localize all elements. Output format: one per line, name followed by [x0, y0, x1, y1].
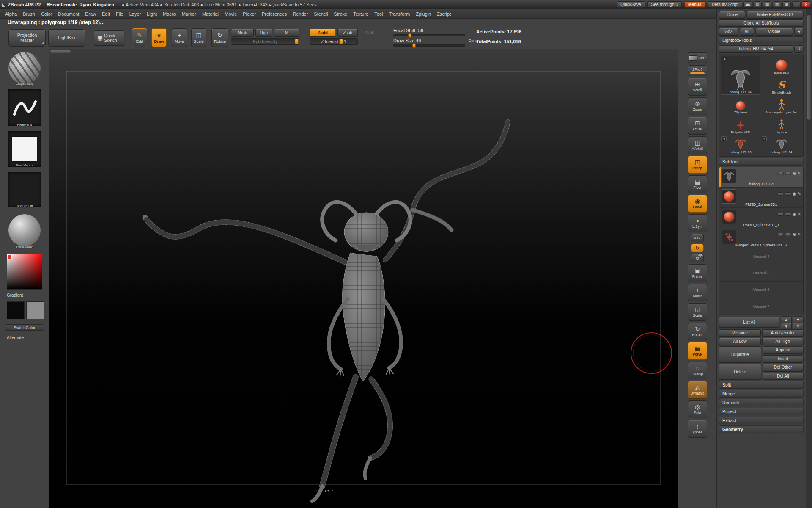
goz-button[interactable]: GoZ — [719, 28, 738, 35]
draw-size-slider[interactable] — [393, 44, 465, 47]
goz-r-button[interactable]: R — [794, 28, 804, 35]
polypaint-toggle[interactable] — [777, 233, 784, 236]
lock-layout-icon[interactable]: ▣ — [782, 1, 791, 8]
paint-brush-icon[interactable]: ✎ — [798, 212, 801, 216]
tool-slot-polymesh3d[interactable]: PolyMesh3D — [721, 116, 760, 135]
menus-button[interactable]: Menus — [684, 1, 705, 8]
stroke-selector[interactable]: FreeHand — [7, 88, 42, 127]
tool-slot-zsphere[interactable]: ZSphere — [721, 96, 760, 115]
panel-divider-handle[interactable]: ◀▶ — [698, 253, 703, 257]
uv-toggle[interactable] — [785, 192, 791, 196]
menu-edit[interactable]: Edit — [102, 11, 110, 17]
menu-stencil[interactable]: Stencil — [314, 11, 328, 17]
menu-preferences[interactable]: Preferences — [262, 11, 287, 17]
scroll-right-icon[interactable]: ››› — [332, 489, 338, 493]
see-through-slider[interactable]: See-through 0 — [647, 1, 682, 8]
zsub-button[interactable]: Zsub — [337, 29, 358, 36]
menu-light[interactable]: Light — [147, 11, 157, 17]
subtool-item-balrog[interactable]: ◉ ✎ balrog_HR_04 — [719, 167, 803, 188]
move-nav-button[interactable]: +Move — [688, 284, 707, 301]
zoom-button[interactable]: ⊕Zoom — [688, 97, 707, 115]
focal-shift-handle[interactable] — [408, 33, 411, 38]
panel-layout-grid-icon[interactable]: ▦ — [763, 1, 771, 8]
remesh-section[interactable]: Remesh — [719, 399, 804, 406]
autoreorder-button[interactable]: AutoReorder — [762, 329, 804, 337]
scroll-button[interactable]: ⊞Scroll — [688, 78, 707, 96]
close-icon[interactable]: ✕ — [802, 1, 810, 8]
visibility-eye-icon[interactable]: ◉ — [793, 212, 796, 216]
move-button[interactable]: + Move — [172, 28, 187, 47]
canvas-hscroll-stub[interactable] — [50, 50, 71, 53]
tool-slot-balrog-hr-04[interactable]: 4 balrog_HR_04 — [721, 56, 760, 95]
split-section[interactable]: Split — [719, 381, 804, 389]
rename-button[interactable]: Rename — [719, 329, 761, 337]
panel-scrollbar-thumb[interactable] — [807, 14, 811, 120]
menu-transform[interactable]: Transform — [389, 11, 410, 17]
brush-selector[interactable]: ClayBuildup — [7, 50, 42, 86]
visibility-eye-icon[interactable]: ◉ — [793, 232, 796, 237]
menu-color[interactable]: Color — [41, 11, 52, 17]
uv-toggle[interactable] — [785, 233, 791, 236]
layout-arrows-icon[interactable]: ◀▶ — [743, 1, 752, 8]
zcut-button[interactable]: Zcut — [359, 29, 378, 36]
projection-master-button[interactable]: Projection Master ◢ — [8, 29, 46, 46]
lightbox-tools-section[interactable]: Lightbox▸Tools — [719, 36, 804, 44]
active-tool-r-button[interactable]: R — [794, 45, 804, 52]
z-intensity-slider[interactable]: Z Intensity 11 — [310, 38, 358, 45]
panel-scrollbar[interactable] — [806, 9, 812, 508]
secondary-color-swatch[interactable] — [26, 301, 44, 319]
lightbox-button[interactable]: LightBox — [48, 29, 85, 46]
texture-selector[interactable]: Texture Off — [7, 171, 42, 208]
subtool-bottom-button[interactable]: ⇟ — [793, 323, 804, 330]
menu-texture[interactable]: Texture — [353, 11, 368, 17]
zadd-button[interactable]: Zadd — [310, 29, 336, 36]
draw-size-handle[interactable] — [412, 44, 416, 48]
switch-color-button[interactable]: SwitchColor — [5, 324, 44, 331]
polypaint-toggle[interactable] — [777, 172, 784, 175]
list-all-button[interactable]: List All — [719, 317, 779, 328]
main-color-swatch[interactable] — [7, 301, 25, 319]
quicksave-button[interactable]: QuickSave — [617, 1, 645, 8]
focal-shift-slider[interactable] — [393, 34, 465, 36]
subtool-item-unused-4[interactable]: Unused 4 — [719, 248, 803, 265]
tool-slot-sphere3d[interactable]: Sphere3D — [761, 56, 801, 75]
polyf-button[interactable]: ▦PolyF — [688, 342, 707, 360]
menu-movie[interactable]: Movie — [225, 11, 237, 17]
dynamic-button[interactable]: ◭Dynamic — [688, 381, 707, 399]
merge-section[interactable]: Merge — [719, 390, 804, 398]
visibility-eye-icon[interactable]: ◉ — [793, 192, 796, 196]
transp-button[interactable]: ◌Transp — [688, 362, 707, 379]
mrgb-button[interactable]: Mrgb — [231, 29, 254, 36]
canvas-pager[interactable]: ‹‹‹ ▴▾ ››› — [316, 489, 338, 493]
panel-layout-right-icon[interactable]: ▥ — [773, 1, 781, 8]
make-polymesh3d-button[interactable]: Make PolyMesh3D — [746, 11, 804, 18]
rgb-intensity-slider[interactable]: Rgb Intensity — [231, 38, 299, 45]
subtool-item-merged[interactable]: ◉ ✎ Merged_PM3D_Sphere3D1_S — [719, 228, 803, 248]
rotate-nav-button[interactable]: ↻Rotate — [688, 323, 707, 340]
active-tool-button[interactable]: balrog_HR_04. 54 — [719, 45, 793, 52]
lsym-button[interactable]: ◑L.Sym — [688, 214, 707, 232]
tool-slot-balrog-hr-04b[interactable]: 4 balrog_HR_04 — [761, 136, 801, 155]
menu-brush[interactable]: Brush — [23, 11, 35, 17]
project-section[interactable]: Project — [719, 408, 804, 415]
menu-picker[interactable]: Picker — [243, 11, 256, 17]
menu-tool[interactable]: Tool — [374, 11, 383, 17]
scale-button[interactable]: ◱ Scale — [191, 28, 206, 47]
menu-render[interactable]: Render — [293, 11, 308, 17]
extract-section[interactable]: Extract — [719, 417, 804, 424]
subtool-item-sphere2[interactable]: ◉ ✎ PM3D_Sphere3D1_1 — [719, 208, 803, 228]
subtool-item-unused-5[interactable]: Unused 5 — [719, 265, 803, 282]
goz-visible-button[interactable]: Visible — [755, 28, 793, 35]
menu-zscript[interactable]: Zscript — [437, 11, 451, 17]
del-other-button[interactable]: Del Other — [763, 364, 804, 371]
menu-alpha[interactable]: Alpha — [5, 11, 17, 17]
color-picker[interactable] — [7, 254, 42, 290]
menu-document[interactable]: Document — [58, 11, 79, 17]
menu-zplugin[interactable]: Zplugin — [416, 11, 431, 17]
xyz-button[interactable]: XYZ — [691, 234, 704, 242]
clone-button[interactable]: Clone — [719, 11, 745, 18]
menu-stroke[interactable]: Stroke — [334, 11, 347, 17]
z-intensity-handle[interactable] — [339, 39, 343, 44]
uv-toggle[interactable] — [785, 213, 791, 216]
alpha-selector[interactable]: BrushAlpha — [7, 130, 42, 168]
